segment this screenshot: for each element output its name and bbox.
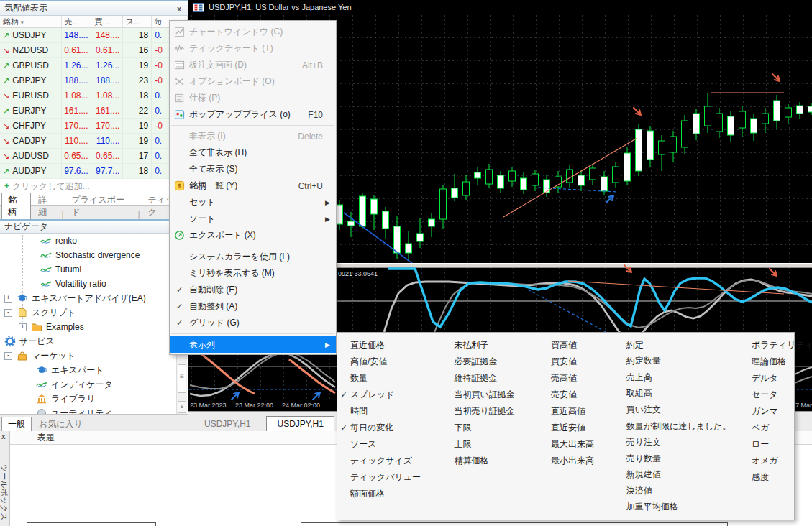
submenu-item-決済値[interactable]: 決済値 [613,483,739,499]
table-row[interactable]: ↘EURUSD1.08...1.08...180. [0,88,188,103]
scrollbar-down-arrow[interactable]: ∨ [178,401,186,413]
submenu-item-買安値[interactable]: 買安値 [538,354,613,370]
menu-item-ティックチャート (T)[interactable]: ティックチャート (T) [170,40,336,57]
table-row[interactable]: ↗USDJPY148....148....180. [0,28,188,43]
tab-一般[interactable]: 一般 [1,417,32,431]
submenu-item-売上高[interactable]: 売上高 [613,369,739,386]
submenu-item-上限[interactable]: 上限 [441,436,538,453]
menu-item-オプションボード (O)[interactable]: オプションボード (O) [170,73,336,90]
scrollbar-thumb[interactable] [178,364,186,393]
submenu-item-スプレッド[interactable]: ✓スプレッド [337,387,441,403]
submenu-item-売り注文[interactable]: 売り注文 [613,434,739,451]
submenu-item-売安値[interactable]: 売安値 [538,387,613,403]
close-icon[interactable]: x [175,4,183,13]
submenu-item-直近安値[interactable]: 直近安値 [538,420,613,436]
sidebar-item-マーケット[interactable]: -マーケット [0,349,188,363]
menu-item-全て非表示 (H)[interactable]: 全て非表示 (H) [170,144,336,161]
column-header-2[interactable]: 買... [91,16,123,27]
submenu-item-最大出来高[interactable]: 最大出来高 [538,436,613,453]
submenu-item-時間[interactable]: 時間 [337,403,441,420]
submenu-item-数量が制限に達しました。[interactable]: 数量が制限に達しました。 [613,418,739,435]
menu-item-銘柄一覧 (Y)[interactable]: $銘柄一覧 (Y)Ctrl+U [170,177,336,194]
sidebar-item-Tutumi[interactable]: Tutumi [0,262,188,277]
submenu-item-毎日の変化[interactable]: ✓毎日の変化 [337,420,441,436]
table-row[interactable]: ↘CHFJPY170....170....19-0 [0,119,188,134]
table-row[interactable]: ↗EURJPY161....161....220. [0,103,188,119]
sidebar-item-Volatility ratio[interactable]: Volatility ratio [0,277,188,291]
add-symbol-row[interactable]: + クリックして追加... 10 [0,179,188,193]
column-header-0[interactable]: 銘柄 ▾ [0,16,62,27]
submenu-item-買い注文[interactable]: 買い注文 [613,402,739,418]
submenu-item-当初買い証拠金[interactable]: 当初買い証拠金 [441,387,538,403]
table-row[interactable]: ↘CADJPY110....110....190. [0,134,188,149]
menu-item-板注文画面 (D)[interactable]: 板注文画面 (D)Alt+B [170,57,336,73]
menu-item-ポップアッププライス (o)[interactable]: ポップアッププライス (o)F10 [170,106,336,123]
collapse-icon[interactable]: - [4,352,12,360]
column-header-3[interactable]: ス... [123,16,152,27]
submenu-item-デルタ[interactable]: デルタ [739,370,794,387]
menu-item-グリッド (G)[interactable]: ✓グリッド (G) [170,315,336,331]
sidebar-item-サービス[interactable]: サービス [0,334,188,349]
menu-item-表示列[interactable]: 表示列▶ [170,336,336,353]
submenu-item-セータ[interactable]: セータ [739,387,794,403]
sidebar-item-スクリプト[interactable]: -スクリプト [0,305,188,320]
sidebar-item-インディケータ[interactable]: インディケータ [0,377,188,392]
chart-tab-0[interactable]: USDJPY,H1 [194,417,260,431]
submenu-item-売高値[interactable]: 売高値 [538,370,613,387]
close-icon[interactable]: x [1,433,6,440]
submenu-item-ボラティリティ[interactable]: ボラティリティ [739,337,794,354]
menu-item-ミリ秒を表示する (M)[interactable]: ミリ秒を表示する (M) [170,265,336,282]
tab-お気に入り[interactable]: お気に入り [33,417,88,431]
menu-item-自動整列 (A)[interactable]: ✓自動整列 (A) [170,298,336,315]
expand-icon[interactable]: + [4,295,12,303]
menu-item-仕様 (P)[interactable]: 仕様 (P) [170,90,336,106]
submenu-item-当初売り証拠金[interactable]: 当初売り証拠金 [441,403,538,420]
table-row[interactable]: ↗GBPUSD1.26...1.26...19-0 [0,58,188,73]
submenu-item-オメガ[interactable]: オメガ [739,453,794,469]
table-row[interactable]: ↘NZDUSD0.61...0.61...16-0 [0,43,188,58]
sidebar-item-エキスパート[interactable]: エキスパート [0,363,188,377]
sidebar-item-エキスパートアドバイザ(EA)[interactable]: +エキスパートアドバイザ(EA) [0,291,188,305]
submenu-item-維持証拠金[interactable]: 維持証拠金 [441,370,538,387]
navigator-scrollbar[interactable]: ∨ [176,354,187,415]
submenu-item-下限[interactable]: 下限 [441,420,538,436]
column-header-1[interactable]: 売... [62,16,92,27]
expand-icon[interactable]: + [19,323,27,331]
submenu-item-売り数量[interactable]: 売り数量 [613,451,739,467]
submenu-item-直近高値[interactable]: 直近高値 [538,403,613,420]
tab-銘柄[interactable]: 銘柄 [1,193,31,219]
menu-item-システムカラーを使用 (L)[interactable]: システムカラーを使用 (L) [170,249,336,265]
submenu-item-ベガ[interactable]: ベガ [739,420,794,436]
tab-プライスボード[interactable]: プライスボード [66,193,137,219]
submenu-item-取組高[interactable]: 取組高 [613,386,739,402]
table-row[interactable]: ↗AUDJPY97.6...97.7...180. [0,164,188,179]
submenu-item-約定数量[interactable]: 約定数量 [613,354,739,370]
submenu-item-額面価格[interactable]: 額面価格 [337,486,441,502]
submenu-item-買高値[interactable]: 買高値 [538,337,613,354]
submenu-item-ティックサイズ[interactable]: ティックサイズ [337,453,441,469]
submenu-item-加重平均価格[interactable]: 加重平均価格 [613,499,739,515]
submenu-item-数量[interactable]: 数量 [337,370,441,387]
chart-tab-1[interactable]: USDJPY,H1 [266,416,334,431]
submenu-item-理論価格[interactable]: 理論価格 [739,354,794,370]
menu-item-ソート[interactable]: ソート▶ [170,211,336,227]
menu-item-エクスポート (X)[interactable]: エクスポート (X) [170,227,336,244]
submenu-item-ティックバリュー[interactable]: ティックバリュー [337,469,441,486]
submenu-item-感度[interactable]: 感度 [739,469,794,486]
menu-item-チャートウインドウ (C)[interactable]: チャートウインドウ (C) [170,24,336,40]
sidebar-item-Stochastic divergence[interactable]: Stochastic divergence [0,248,188,262]
table-row[interactable]: ↗GBPJPY188....188....23-0 [0,73,188,88]
table-row[interactable]: ↘AUDUSD0.65...0.65...170. [0,149,188,164]
tab-詳細[interactable]: 詳細 [32,193,60,219]
submenu-item-ガンマ[interactable]: ガンマ [739,403,794,420]
collapse-icon[interactable]: - [4,309,12,317]
menu-item-自動削除 (E)[interactable]: ✓自動削除 (E) [170,282,336,298]
submenu-item-新規建値[interactable]: 新規建値 [613,466,739,483]
submenu-item-ソース[interactable]: ソース [337,436,441,453]
submenu-item-必要証拠金[interactable]: 必要証拠金 [441,354,538,370]
menu-item-非表示 (I)[interactable]: 非表示 (I)Delete [170,128,336,144]
sidebar-item-Examples[interactable]: +Examples [0,320,188,334]
submenu-item-未払利子[interactable]: 未払利子 [441,337,538,354]
submenu-item-最小出来高[interactable]: 最小出来高 [538,453,613,469]
sidebar-item-renko[interactable]: renko [0,234,188,248]
